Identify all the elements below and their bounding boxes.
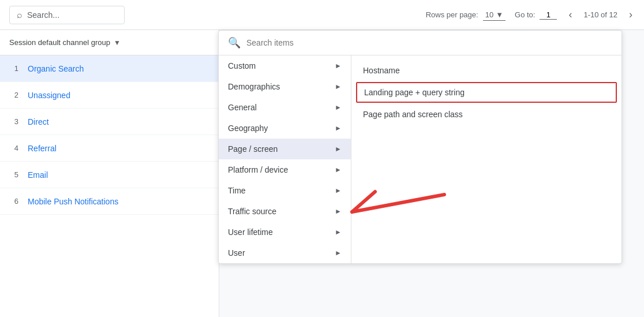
table-row: 1 Organic Search <box>0 55 219 82</box>
menu-item-label: Custom <box>228 61 256 70</box>
next-page-button[interactable]: › <box>627 6 635 23</box>
menu-item[interactable]: Traffic source ► <box>219 201 351 222</box>
menu-item-arrow-icon: ► <box>335 187 342 195</box>
menu-item-label: User lifetime <box>228 228 273 237</box>
dropdown-search-input[interactable] <box>246 38 612 47</box>
menu-item[interactable]: User ► <box>219 243 351 263</box>
main-search-placeholder: Search... <box>27 10 59 20</box>
rows-per-page-select[interactable]: 10 ▼ <box>483 9 506 21</box>
dimension-selector-arrow-icon: ▼ <box>114 39 121 47</box>
table-row: 5 Email <box>0 162 219 188</box>
pagination-info: 1-10 of 12 <box>583 10 617 19</box>
menu-item-label: User <box>228 248 245 258</box>
submenu-item[interactable]: Landing page + query string <box>356 82 617 103</box>
row-label[interactable]: Direct <box>28 117 49 126</box>
row-number: 3 <box>9 117 18 126</box>
table-row: 3 Direct <box>0 109 219 135</box>
menu-item-arrow-icon: ► <box>335 145 342 153</box>
menu-item[interactable]: Platform / device ► <box>219 159 351 180</box>
menu-list: Custom ► Demographics ► General ► Geogra… <box>219 55 351 263</box>
goto-control: Go to: <box>515 10 557 20</box>
submenu-list: HostnameLanding page + query stringPage … <box>351 55 621 263</box>
top-bar: ⌕ Search... Rows per page: 10 ▼ Go to: ‹… <box>0 0 644 30</box>
dropdown-search-icon: 🔍 <box>228 36 241 49</box>
menu-item-arrow-icon: ► <box>335 62 342 70</box>
menu-item[interactable]: Geography ► <box>219 118 351 139</box>
menu-item-label: Demographics <box>228 82 280 91</box>
row-number: 4 <box>9 144 18 152</box>
menu-item[interactable]: General ► <box>219 97 351 118</box>
menu-item-arrow-icon: ► <box>335 228 342 236</box>
menu-item[interactable]: Time ► <box>219 180 351 201</box>
menu-item-arrow-icon: ► <box>335 103 342 111</box>
row-number: 6 <box>9 197 18 206</box>
table-header: Session default channel group ▼ <box>0 30 219 55</box>
rows-per-page-label: Rows per page: <box>426 10 478 19</box>
main-search-icon: ⌕ <box>17 10 23 20</box>
goto-label: Go to: <box>515 10 535 19</box>
rows-per-page-control: Rows per page: 10 ▼ <box>426 9 506 21</box>
row-label[interactable]: Referral <box>28 144 57 153</box>
row-number: 5 <box>9 170 18 179</box>
dimension-dropdown: 🔍 Custom ► Demographics ► General ► Geog… <box>218 30 622 264</box>
main-search-box[interactable]: ⌕ Search... <box>9 6 125 24</box>
submenu-item[interactable]: Page path and screen class <box>351 104 621 125</box>
menu-item[interactable]: User lifetime ► <box>219 222 351 243</box>
dimension-selector-label: Session default channel group <box>9 38 110 47</box>
menu-item[interactable]: Custom ► <box>219 55 351 76</box>
goto-input[interactable] <box>540 10 557 20</box>
menu-item-label: General <box>228 103 257 112</box>
submenu-item[interactable]: Hostname <box>351 60 621 81</box>
menu-item[interactable]: Demographics ► <box>219 76 351 97</box>
main-content: Session default channel group ▼ 1 Organi… <box>0 30 644 317</box>
dimension-selector[interactable]: Session default channel group ▼ <box>9 38 121 47</box>
menu-item-arrow-icon: ► <box>335 207 342 215</box>
menu-item-arrow-icon: ► <box>335 166 342 174</box>
menu-item-arrow-icon: ► <box>335 249 342 257</box>
menu-item-label: Time <box>228 186 246 195</box>
table-row: 4 Referral <box>0 135 219 162</box>
menu-item-label: Platform / device <box>228 165 288 174</box>
rows-per-page-dropdown-icon: ▼ <box>496 10 503 19</box>
row-label[interactable]: Email <box>28 170 48 180</box>
menu-item-label: Traffic source <box>228 207 276 216</box>
menu-item-label: Page / screen <box>228 144 278 154</box>
rows-per-page-value: 10 <box>485 10 493 19</box>
table-rows: 1 Organic Search 2 Unassigned 3 Direct 4… <box>0 55 219 215</box>
menu-item-arrow-icon: ► <box>335 124 342 132</box>
prev-page-button[interactable]: ‹ <box>566 6 574 23</box>
row-label[interactable]: Organic Search <box>28 64 84 73</box>
row-number: 1 <box>9 64 18 73</box>
table-row: 2 Unassigned <box>0 82 219 109</box>
row-number: 2 <box>9 91 18 99</box>
dropdown-body: Custom ► Demographics ► General ► Geogra… <box>219 55 621 263</box>
table-row: 6 Mobile Push Notifications <box>0 188 219 215</box>
dropdown-search-bar: 🔍 <box>219 31 621 55</box>
table-panel: Session default channel group ▼ 1 Organi… <box>0 30 219 317</box>
menu-item-arrow-icon: ► <box>335 83 342 91</box>
row-label[interactable]: Mobile Push Notifications <box>28 197 118 206</box>
menu-item-label: Geography <box>228 124 268 133</box>
menu-item[interactable]: Page / screen ► <box>219 139 351 159</box>
row-label[interactable]: Unassigned <box>28 91 70 100</box>
